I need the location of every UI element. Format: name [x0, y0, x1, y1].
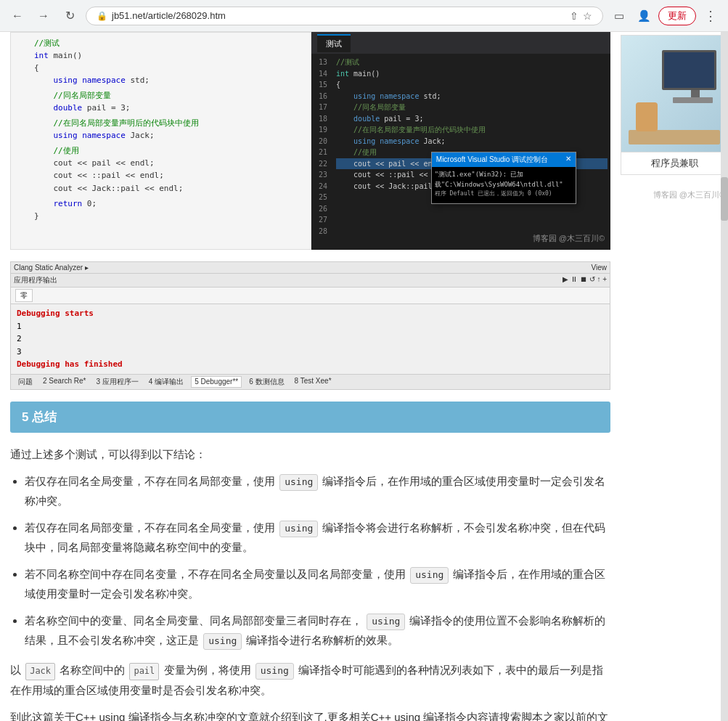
using-badge-4b: using: [203, 633, 242, 650]
sidebar-monitor-image: [621, 36, 727, 152]
scrollbar[interactable]: [721, 32, 728, 721]
scroll-thumb[interactable]: [721, 177, 728, 221]
star-icon[interactable]: ☆: [583, 10, 592, 22]
tab-debugger[interactable]: 5 Debugger**: [191, 376, 242, 388]
bullet2-before: 若仅存在同名局部变量，不存在同名全局变量，使用: [25, 521, 275, 534]
using-badge-4a: using: [367, 614, 405, 630]
page-wrapper: //测试 int main() { using namespace std; /…: [0, 32, 728, 721]
bullet4-before: 若名称空间中的变量、同名全局变量、同名局部部变量三者同时存在，: [25, 614, 362, 627]
debug-numbers: 123: [17, 320, 604, 359]
browser-actions: ▭ 👤 更新 ⋮: [609, 6, 721, 26]
summary-paragraph: 以 Jack 名称空间中的 pail 变量为例，将使用 using 编译指令时可…: [10, 660, 610, 700]
using-badge-2: using: [279, 521, 318, 537]
view-label: View: [592, 264, 608, 272]
right-sidebar: 程序员兼职 博客园 @木三百川©: [621, 32, 728, 721]
sidebar-ad: 程序员兼职: [621, 35, 728, 175]
closing-paragraph: 到此这篇关于C++ using 编译指令与名称冲突的文章就介绍到这了,更多相关C…: [10, 707, 610, 721]
refresh-button[interactable]: ↻: [60, 6, 80, 26]
jack-var: Jack: [25, 663, 55, 680]
closing-text: 到此这篇关于C++ using 编译指令与名称冲突的文章就介绍到这了,更多相关C…: [10, 711, 608, 721]
bullet4-after: 编译指令进行名称解析的效果。: [246, 634, 398, 646]
sidebar-watermark: 博客园 @木三百川©: [621, 190, 728, 200]
bullet-item-1: 若仅存在同名全局变量，不存在同名局部变量，使用 using 编译指令后，在作用域…: [25, 471, 610, 510]
url-text: jb51.net/article/268029.htm: [112, 10, 565, 21]
using-badge-3: using: [410, 567, 449, 584]
using-badge-summary: using: [255, 663, 294, 680]
section5-title: 5 总结: [22, 410, 57, 424]
bullet-item-3: 若不同名称空间中存在同名变量，不存在同名全局变量以及同名局部变量，使用 usin…: [25, 564, 610, 603]
lock-icon: 🔒: [97, 11, 107, 21]
tab-app[interactable]: 3 应用程序一: [93, 376, 141, 388]
back-button[interactable]: ←: [7, 6, 28, 26]
sum-mid2: 变量为例，将使用: [164, 664, 251, 676]
address-bar[interactable]: 🔒 jb51.net/article/268029.htm ⇧ ☆: [86, 7, 603, 25]
tab-testrun[interactable]: 8 Test Xee*: [292, 376, 335, 388]
section5-header: 5 总结: [10, 402, 610, 433]
bullet-item-2: 若仅存在同名局部变量，不存在同名全局变量，使用 using 编译指令将会进行名称…: [25, 518, 610, 557]
tab-compile[interactable]: 4 编译输出: [146, 376, 187, 388]
tab-test[interactable]: 6 数测信息: [246, 376, 287, 388]
tab-search[interactable]: 2 Search Re*: [40, 376, 89, 388]
zero-tab[interactable]: 零: [15, 289, 33, 302]
cast-button[interactable]: ▭: [609, 6, 629, 26]
debug-panel: Clang Static Analyzer ▸ View 应用程序输出 ▶ ⏸ …: [10, 261, 610, 390]
debug-toolbar: Clang Static Analyzer ▸ View: [11, 262, 610, 274]
main-content: //测试 int main() { using namespace std; /…: [0, 32, 621, 721]
bullet-list: 若仅存在同名全局变量，不存在同名局部变量，使用 using 编译指令后，在作用域…: [25, 471, 610, 650]
ide-screenshot: 测试 13141516171819202122232425262728 //测试…: [311, 32, 610, 250]
pail-var: pail: [129, 663, 159, 680]
debug-output: Debugging starts 123 Debugging has finis…: [11, 304, 610, 374]
debug-tabs: 问题 2 Search Re* 3 应用程序一 4 编译输出 5 Debugge…: [11, 374, 610, 389]
menu-button[interactable]: ⋮: [700, 6, 721, 26]
intro-paragraph: 通过上述多个测试，可以得到以下结论：: [10, 444, 610, 464]
debug-finished: Debugging has finished: [17, 358, 604, 371]
clang-label: Clang Static Analyzer ▸: [14, 264, 89, 272]
toolbar-icons: ▶ ⏸ ⏹ ↺ ↑ +: [563, 275, 607, 285]
intro-text: 通过上述多个测试，可以得到以下结论：: [10, 448, 206, 460]
forward-button[interactable]: →: [33, 6, 54, 26]
code-images-section: //测试 int main() { using namespace std; /…: [10, 32, 610, 250]
update-button[interactable]: 更新: [658, 7, 696, 25]
using-badge-1: using: [279, 474, 318, 491]
debug-starts: Debugging starts: [17, 307, 604, 320]
sidebar-label: 程序员兼职: [621, 152, 727, 174]
share-icon: ⇧: [570, 10, 578, 22]
bullet-item-4: 若名称空间中的变量、同名全局变量、同名局部部变量三者同时存在， using 编译…: [25, 611, 610, 650]
sum-mid1: 名称空间中的: [60, 664, 125, 676]
sum-before: 以: [10, 664, 21, 676]
account-button[interactable]: 👤: [634, 6, 654, 26]
code-panel-left: //测试 int main() { using namespace std; /…: [10, 32, 311, 250]
bullet3-before: 若不同名称空间中存在同名变量，不存在同名全局变量以及同名局部变量，使用: [25, 568, 406, 580]
bullet1-before: 若仅存在同名全局变量，不存在同名局部变量，使用: [25, 475, 275, 487]
app-output-label: 应用程序输出: [14, 275, 57, 285]
browser-chrome: ← → ↻ 🔒 jb51.net/article/268029.htm ⇧ ☆ …: [0, 0, 728, 32]
tab-issues[interactable]: 问题: [15, 376, 36, 388]
